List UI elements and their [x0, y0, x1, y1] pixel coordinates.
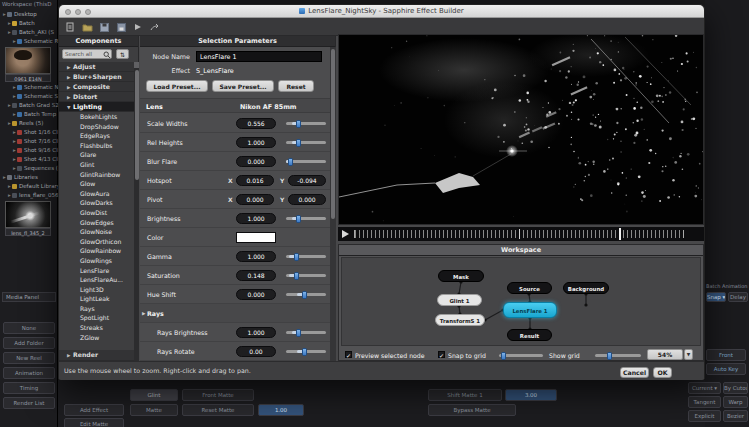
- grid-size-slider[interactable]: [499, 354, 543, 357]
- host-button-none[interactable]: None: [3, 322, 55, 334]
- slider-handle[interactable]: [296, 215, 301, 223]
- param-slider[interactable]: [286, 293, 326, 296]
- host-button-reset-matte[interactable]: Reset Matte: [182, 404, 254, 416]
- slider-handle[interactable]: [294, 253, 299, 261]
- tree-item-shot-7-16-clip[interactable]: ▸Shot 7/16 Clip: [0, 137, 58, 146]
- component-item[interactable]: GlowEdges: [59, 218, 134, 228]
- slider-handle[interactable]: [302, 348, 307, 356]
- component-item[interactable]: GlowNoise: [59, 227, 134, 237]
- tree-item-shot-9-16-clip[interactable]: ▸Shot 9/16 Clip: [0, 146, 58, 155]
- save-as-icon[interactable]: [116, 22, 127, 32]
- host-button-shift-matte-1[interactable]: Shift Matte 1: [428, 389, 502, 401]
- param-value-field[interactable]: 0.148: [236, 270, 276, 281]
- node-glint-1[interactable]: Glint 1: [437, 294, 482, 306]
- component-item[interactable]: LightLeak: [59, 294, 134, 304]
- snap-dropdown[interactable]: Snap ▾: [706, 292, 726, 302]
- param-slider[interactable]: [286, 122, 326, 125]
- scrollbar-thumb[interactable]: [135, 70, 139, 180]
- snapshot-icon[interactable]: [133, 22, 144, 32]
- slider-handle[interactable]: [296, 329, 301, 337]
- group-render[interactable]: ▶Render: [59, 350, 134, 361]
- node-graph-canvas[interactable]: MaskGlint 1TransformS 1SourceBackgroundL…: [341, 257, 701, 346]
- node-lensflare-1[interactable]: LensFlare 1: [503, 302, 557, 318]
- cancel-button[interactable]: Cancel: [620, 367, 649, 378]
- delay-button[interactable]: Delay: [728, 292, 748, 302]
- group-adjust[interactable]: ▶Adjust: [59, 62, 134, 72]
- host-button-new-reel[interactable]: New Reel: [3, 352, 55, 364]
- slider-handle[interactable]: [296, 120, 301, 128]
- param-value-field[interactable]: 1.000: [236, 213, 276, 224]
- param-value-field[interactable]: 1.000: [236, 251, 276, 262]
- zoom-window-icon[interactable]: [85, 9, 91, 15]
- y-value-field[interactable]: -0.094: [288, 175, 326, 186]
- host-button-explicit[interactable]: Explicit: [688, 410, 721, 422]
- save-icon[interactable]: [99, 22, 110, 32]
- node-background[interactable]: Background: [563, 282, 609, 294]
- tree-item-batch[interactable]: ▸Batch: [0, 19, 58, 28]
- clip-thumbnail[interactable]: [5, 201, 51, 228]
- component-item[interactable]: Rays: [59, 304, 134, 314]
- new-document-icon[interactable]: [65, 22, 76, 32]
- group-blur+sharpen[interactable]: ▶Blur+Sharpen: [59, 72, 134, 82]
- host-button-tangent[interactable]: Tangent: [688, 396, 721, 408]
- media-panel-selector[interactable]: Media Panel: [2, 292, 56, 302]
- tree-item-shot-1-16-clip[interactable]: ▸Shot 1/16 Clip: [0, 128, 58, 137]
- tree-item-reels-5-[interactable]: ▸Reels (5): [0, 119, 58, 128]
- host-button-animation[interactable]: Animation: [3, 367, 55, 379]
- param-slider[interactable]: [286, 274, 326, 277]
- clip-thumbnail[interactable]: [5, 47, 51, 74]
- tree-item-batch-aki-s[interactable]: ▸Batch_AKI (S: [0, 28, 58, 37]
- slider-handle[interactable]: [501, 352, 506, 360]
- node-transforms-1[interactable]: TransformS 1: [435, 314, 485, 326]
- component-item[interactable]: GlowRings: [59, 256, 134, 266]
- component-item[interactable]: Light3D: [59, 285, 134, 295]
- scroll-up-icon[interactable]: [134, 62, 139, 68]
- host-button-3-00[interactable]: 3.00: [505, 389, 557, 401]
- host-button-edit-matte[interactable]: Edit Matte: [64, 418, 124, 427]
- param-slider[interactable]: [286, 141, 326, 144]
- node-name-input[interactable]: [196, 51, 322, 62]
- preview-selected-node-checkbox[interactable]: ✓: [345, 351, 352, 358]
- window-titlebar[interactable]: LensFlare_NightSky - Sapphire Effect Bui…: [59, 5, 704, 18]
- component-item[interactable]: GlowRainbow: [59, 246, 134, 256]
- component-item[interactable]: BokehLights: [59, 112, 134, 122]
- lens-row[interactable]: Lens Nikon AF 85mm: [140, 98, 336, 113]
- sort-button[interactable]: ⇅: [116, 49, 129, 59]
- slider-handle[interactable]: [294, 272, 299, 280]
- component-item[interactable]: LensFlareAu...: [59, 275, 134, 285]
- open-folder-icon[interactable]: [82, 22, 93, 32]
- component-item[interactable]: GlowDist: [59, 208, 134, 218]
- share-icon[interactable]: [150, 22, 161, 32]
- slider-handle[interactable]: [288, 158, 293, 166]
- param-value-field[interactable]: 0.00: [236, 346, 276, 357]
- node-source[interactable]: Source: [507, 282, 552, 294]
- tree-item-desktop[interactable]: ▸Desktop: [0, 10, 58, 19]
- component-item[interactable]: GlintRainbow: [59, 170, 134, 180]
- tree-item-batch-grad-s2[interactable]: ▸Batch Grad S2: [0, 101, 58, 110]
- workspace-zoom-slider[interactable]: [595, 354, 641, 357]
- host-button-front-matte[interactable]: Front Matte: [182, 389, 254, 401]
- param-slider[interactable]: [286, 160, 326, 163]
- chevron-right-icon[interactable]: ▶: [142, 311, 145, 316]
- host-button-render-list[interactable]: Render List: [3, 397, 55, 409]
- slider-handle[interactable]: [296, 139, 301, 147]
- tree-item-schematic-r[interactable]: ▸Schematic R: [0, 37, 58, 46]
- param-slider[interactable]: [286, 331, 326, 334]
- host-button-bezier[interactable]: Bezier: [723, 410, 748, 422]
- y-value-field[interactable]: 0.000: [288, 194, 326, 205]
- param-slider[interactable]: [286, 350, 326, 353]
- host-button-1-00[interactable]: 1.00: [258, 404, 304, 416]
- tree-item-libraries[interactable]: ▸Libraries: [0, 173, 58, 182]
- x-value-field[interactable]: 0.000: [236, 194, 274, 205]
- component-item[interactable]: Glare: [59, 150, 134, 160]
- param-value-field[interactable]: 0.556: [236, 118, 276, 129]
- param-value-field[interactable]: 1.000: [236, 327, 276, 338]
- reset-button[interactable]: Reset: [278, 80, 314, 92]
- component-item[interactable]: GlowAura: [59, 189, 134, 199]
- minimize-window-icon[interactable]: [75, 9, 81, 15]
- host-button-current-[interactable]: Current ▾: [688, 382, 721, 394]
- param-value-field[interactable]: 1.000: [236, 137, 276, 148]
- slider-handle[interactable]: [302, 291, 307, 299]
- tree-item-sequences-4-[interactable]: ▸Sequences (4): [0, 164, 58, 173]
- param-slider[interactable]: [286, 217, 326, 220]
